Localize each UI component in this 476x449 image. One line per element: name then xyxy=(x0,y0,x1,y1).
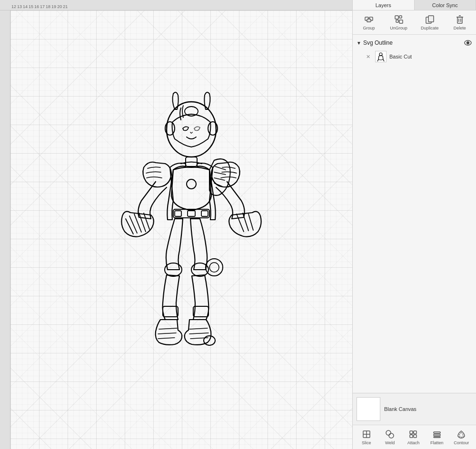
canvas-area[interactable]: 12 13 14 15 16 17 18 19 20 21 xyxy=(0,0,352,449)
ruler-mark: 13 xyxy=(16,4,22,9)
svg-rect-37 xyxy=(367,19,371,22)
ungroup-label: UnGroup xyxy=(390,26,407,30)
delete-icon xyxy=(455,14,465,25)
svg-rect-17 xyxy=(201,211,208,216)
layer-item-x-icon: ✕ xyxy=(366,54,370,60)
layer-item-thumbnail xyxy=(375,51,387,62)
layer-header[interactable]: ▼ Svg Outline xyxy=(353,37,476,49)
tab-colorsync[interactable]: Color Sync xyxy=(415,0,476,10)
ruler-mark: 18 xyxy=(45,4,50,9)
panel-toolbar: Group UnGroup Duplicate xyxy=(353,10,476,35)
svg-rect-15 xyxy=(188,211,195,216)
canvas-preview-label: Blank Canvas xyxy=(384,406,416,412)
duplicate-button[interactable]: Duplicate xyxy=(418,13,442,31)
ungroup-icon xyxy=(394,14,404,25)
character-illustration xyxy=(96,87,277,396)
ruler-mark: 17 xyxy=(39,4,45,9)
svg-line-10 xyxy=(144,213,149,229)
group-button[interactable]: Group xyxy=(358,13,379,31)
tab-layers[interactable]: Layers xyxy=(353,0,415,10)
svg-outline-label: Svg Outline xyxy=(363,39,462,46)
contour-icon xyxy=(456,429,466,439)
ruler-top: 12 13 14 15 16 17 18 19 20 21 xyxy=(0,0,352,10)
ungroup-button[interactable]: UnGroup xyxy=(387,13,410,31)
svg-line-31 xyxy=(214,178,225,180)
expand-icon: ▼ xyxy=(357,40,361,46)
svg-point-0 xyxy=(167,102,216,157)
layer-item-basic-cut[interactable]: ✕ Basic Cut xyxy=(353,49,476,64)
svg-rect-65 xyxy=(434,432,440,433)
attach-icon xyxy=(408,429,418,439)
ruler-mark: 16 xyxy=(33,4,39,9)
svg-rect-44 xyxy=(457,17,462,23)
svg-point-57 xyxy=(386,430,391,435)
attach-label: Attach xyxy=(407,440,420,445)
ruler-mark: 14 xyxy=(22,4,28,9)
svg-rect-61 xyxy=(410,435,413,438)
svg-rect-67 xyxy=(434,437,440,438)
flatten-label: Flatten xyxy=(430,440,444,445)
svg-rect-43 xyxy=(428,16,434,22)
contour-label: Contour xyxy=(454,440,469,445)
svg-line-26 xyxy=(189,333,208,334)
visibility-toggle[interactable] xyxy=(464,39,472,47)
ruler-mark: 12 xyxy=(10,4,16,9)
right-panel: Layers Color Sync Group xyxy=(352,0,476,449)
slice-button[interactable]: Slice xyxy=(358,428,375,446)
weld-button[interactable]: Weld xyxy=(381,428,398,446)
bottom-canvas-preview: Blank Canvas xyxy=(353,393,476,425)
ruler-mark: 15 xyxy=(28,4,33,9)
canvas-thumbnail xyxy=(357,397,380,421)
slice-icon xyxy=(361,429,372,439)
group-label: Group xyxy=(363,26,375,30)
group-icon xyxy=(364,14,374,25)
panel-tabs: Layers Color Sync xyxy=(353,0,476,10)
duplicate-icon xyxy=(425,14,435,25)
svg-rect-66 xyxy=(434,434,440,436)
ruler-mark: 19 xyxy=(50,4,56,9)
svg-point-50 xyxy=(467,42,469,44)
svg-rect-38 xyxy=(395,16,398,19)
svg-line-11 xyxy=(237,214,244,232)
tab-colorsync-label: Color Sync xyxy=(432,2,458,8)
svg-line-52 xyxy=(377,59,378,61)
ruler-mark: 21 xyxy=(62,4,68,9)
svg-line-25 xyxy=(189,328,208,329)
attach-button[interactable]: Attach xyxy=(405,428,422,446)
contour-button[interactable]: Contour xyxy=(452,428,471,446)
svg-rect-40 xyxy=(396,20,398,22)
ruler-marks: 12 13 14 15 16 17 18 19 20 21 xyxy=(0,0,68,9)
svg-rect-16 xyxy=(175,211,181,216)
weld-icon xyxy=(385,429,395,439)
svg-line-23 xyxy=(158,333,176,334)
bottom-toolbar: Slice Weld Attac xyxy=(353,425,476,449)
svg-line-12 xyxy=(243,213,248,231)
svg-point-51 xyxy=(379,53,382,56)
basic-cut-label: Basic Cut xyxy=(389,54,412,59)
svg-line-22 xyxy=(159,328,177,329)
ruler-mark: 20 xyxy=(56,4,62,9)
layer-section: ▼ Svg Outline ✕ Basic Cut xyxy=(353,35,476,66)
flatten-icon xyxy=(432,429,442,439)
flatten-button[interactable]: Flatten xyxy=(428,428,446,446)
svg-rect-60 xyxy=(414,431,416,434)
ruler-left xyxy=(0,10,10,449)
svg-rect-59 xyxy=(410,431,413,434)
svg-line-24 xyxy=(158,338,175,339)
tab-layers-label: Layers xyxy=(376,2,391,8)
delete-label: Delete xyxy=(454,26,466,30)
svg-rect-41 xyxy=(399,16,402,18)
delete-button[interactable]: Delete xyxy=(449,13,470,31)
canvas-content[interactable] xyxy=(10,10,352,449)
svg-line-30 xyxy=(214,172,226,175)
svg-point-5 xyxy=(187,179,196,189)
svg-point-58 xyxy=(389,433,394,438)
weld-label: Weld xyxy=(385,440,395,445)
svg-rect-62 xyxy=(414,435,416,438)
slice-label: Slice xyxy=(362,440,371,445)
duplicate-label: Duplicate xyxy=(421,26,439,30)
panel-spacer xyxy=(353,66,476,393)
svg-rect-39 xyxy=(399,20,403,23)
svg-line-13 xyxy=(248,214,253,230)
svg-point-34 xyxy=(209,263,219,272)
